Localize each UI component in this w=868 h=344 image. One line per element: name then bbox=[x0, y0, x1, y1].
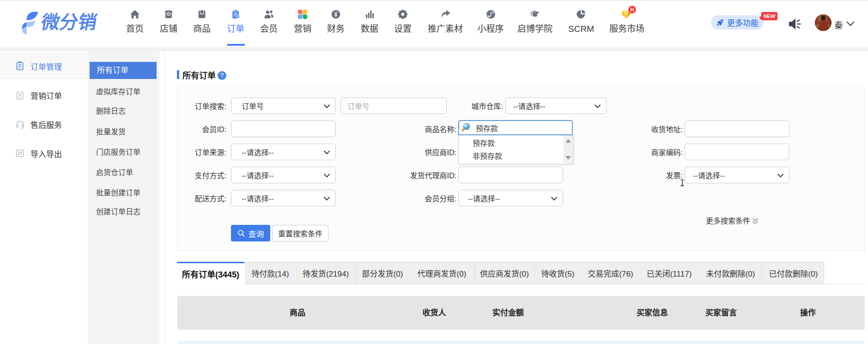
svg-text:H: H bbox=[631, 7, 634, 12]
svg-text:微分销: 微分销 bbox=[39, 12, 99, 33]
